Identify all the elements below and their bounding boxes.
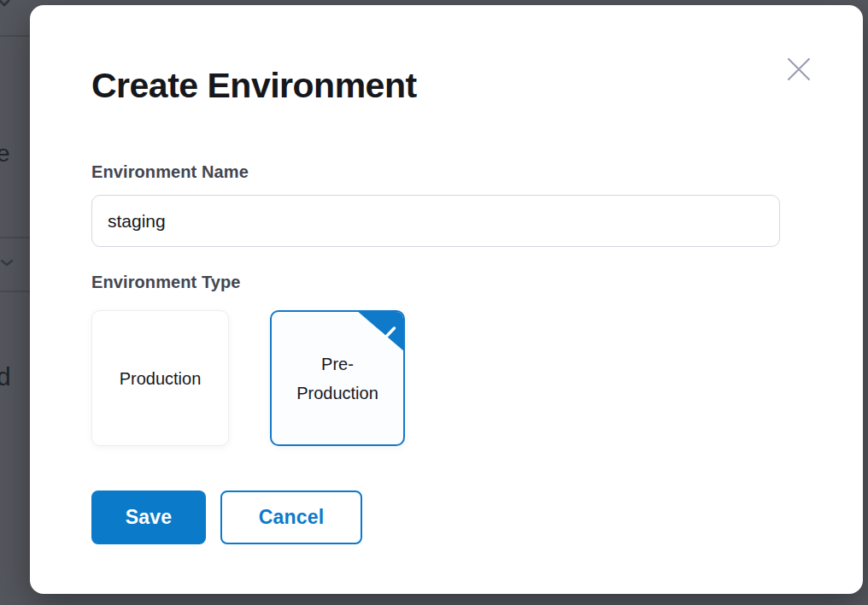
option-label: Production [120, 364, 202, 393]
option-label: Pre-Production [290, 349, 384, 408]
cancel-button[interactable]: Cancel [220, 490, 362, 544]
background-partial-text: d [0, 362, 11, 391]
background-divider [0, 291, 30, 292]
create-environment-dialog: Create Environment Environment Name Envi… [30, 5, 863, 594]
environment-name-input[interactable] [91, 195, 780, 247]
background-partial-text: e [0, 140, 10, 167]
x-icon [787, 57, 811, 81]
dialog-title: Create Environment [91, 67, 417, 105]
chevron-down-icon [0, 256, 14, 273]
save-button[interactable]: Save [91, 490, 206, 544]
environment-type-option-pre-production[interactable]: Pre-Production [270, 310, 405, 446]
environment-type-option-production[interactable]: Production [91, 310, 229, 446]
chevron-down-icon [0, 0, 12, 14]
background-divider [0, 237, 30, 238]
environment-type-label: Environment Type [91, 273, 241, 292]
close-button[interactable] [784, 55, 813, 84]
environment-name-label: Environment Name [91, 162, 249, 182]
check-icon [378, 320, 396, 349]
background-divider [0, 35, 30, 37]
